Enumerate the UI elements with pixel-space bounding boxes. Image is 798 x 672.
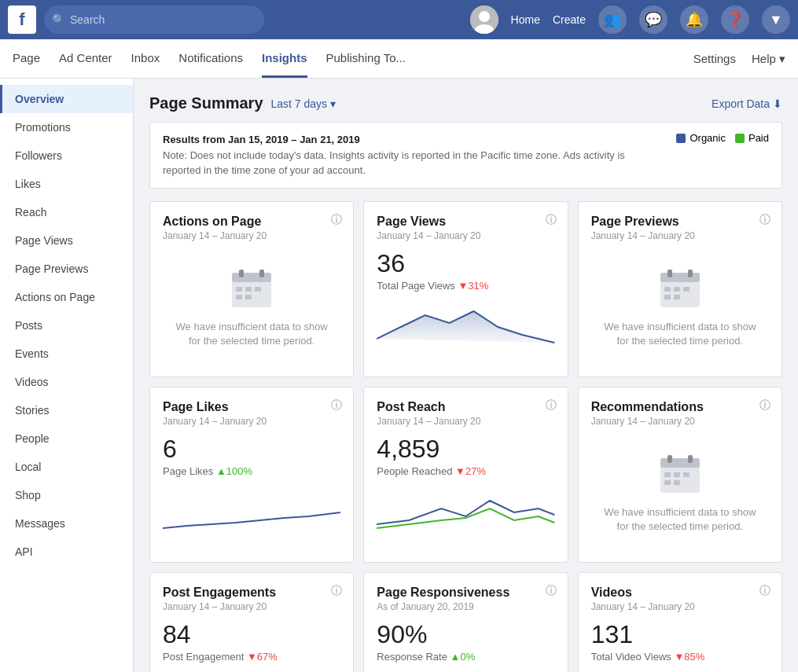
top-nav-right: Home Create 👥 💬 🔔 ❓ ▼ [470,6,790,34]
insufficient-text: We have insufficient data to show for th… [599,320,761,348]
info-bar: Results from Jan 15, 2019 – Jan 21, 2019… [149,122,782,189]
info-icon[interactable]: ⓘ [759,584,770,598]
subnav-page[interactable]: Page [13,40,40,78]
facebook-logo: f [8,6,36,34]
card-date: January 14 – January 20 [163,601,340,612]
card-date: January 14 – January 20 [163,416,340,427]
page-views-chart [377,299,554,347]
chart-svg [377,299,554,347]
subnav-ad-center[interactable]: Ad Center [59,40,112,78]
calendar-icon [656,450,704,498]
info-icon[interactable]: ⓘ [546,398,557,413]
home-link[interactable]: Home [511,13,540,26]
main-layout: Overview Promotions Followers Likes Reac… [0,79,798,672]
card-page-responsiveness: Page Responsiveness As of January 20, 20… [363,572,568,672]
organic-label: Organic [690,132,726,144]
card-title: Post Reach [377,400,554,414]
card-value: 4,859 [377,435,554,464]
info-icon[interactable]: ⓘ [331,213,342,227]
insufficient-data: We have insufficient data to show for th… [163,249,340,364]
svg-rect-18 [683,287,690,292]
card-title: Page Likes [163,400,340,414]
summary-title-area: Page Summary Last 7 days ▾ [149,94,336,112]
svg-rect-17 [674,287,680,292]
info-icon[interactable]: ⓘ [759,213,770,227]
card-recommendations: Recommendations January 14 – January 20 … [578,387,782,563]
date-filter[interactable]: Last 7 days ▾ [271,97,336,110]
help-icon[interactable]: ❓ [721,6,749,34]
sidebar-item-messages[interactable]: Messages [0,509,133,538]
friends-icon[interactable]: 👥 [598,6,627,34]
subnav-inbox[interactable]: Inbox [131,40,160,78]
avatar[interactable] [470,6,498,34]
sidebar-item-followers[interactable]: Followers [0,141,133,170]
page-likes-chart [163,485,340,532]
card-post-reach: Post Reach January 14 – January 20 ⓘ 4,8… [363,387,568,563]
svg-rect-25 [664,472,671,477]
sidebar-item-overview[interactable]: Overview [0,85,133,113]
svg-rect-13 [660,273,700,282]
svg-rect-15 [688,270,693,277]
sidebar-item-actions-on-page[interactable]: Actions on Page [0,283,133,311]
card-label: Total Video Views ▼85% [591,651,769,663]
svg-rect-29 [674,480,680,485]
sidebar-item-videos[interactable]: Videos [0,368,133,396]
trend-down: ▼31% [458,280,488,292]
sidebar-item-page-previews[interactable]: Page Previews [0,255,133,283]
subnav-notifications[interactable]: Notifications [178,40,243,78]
legend: Organic Paid [676,132,769,144]
date-filter-label: Last 7 days [271,97,328,110]
sub-navigation: Page Ad Center Inbox Notifications Insig… [0,39,798,79]
sidebar-item-events[interactable]: Events [0,340,133,368]
card-title: Post Engagements [163,586,340,600]
sidebar-item-likes[interactable]: Likes [0,170,133,198]
date-range-text: Results from Jan 15, 2019 – Jan 21, 2019 [163,134,360,145]
subnav-publishing[interactable]: Publishing To... [326,40,406,78]
info-icon[interactable]: ⓘ [546,213,557,227]
search-input[interactable] [70,13,256,26]
sidebar-item-shop[interactable]: Shop [0,481,133,509]
settings-link[interactable]: Settings [693,52,736,66]
card-date: As of January 20, 2019 [377,601,554,612]
trend-down: ▼27% [455,465,486,477]
more-icon[interactable]: ▼ [762,6,790,34]
svg-rect-24 [688,455,693,463]
info-icon[interactable]: ⓘ [331,398,342,413]
card-value: 131 [591,620,769,649]
sidebar-item-promotions[interactable]: Promotions [0,113,133,141]
date-filter-arrow: ▾ [330,97,336,110]
export-button[interactable]: Export Data ⬇ [712,97,782,110]
info-icon[interactable]: ⓘ [331,584,342,598]
search-bar[interactable]: 🔍 [44,6,264,34]
card-value: 84 [163,620,340,649]
card-date: January 14 – January 20 [591,416,769,427]
sidebar-item-page-views[interactable]: Page Views [0,226,133,255]
card-title: Actions on Page [163,215,340,229]
notifications-icon[interactable]: 🔔 [680,6,708,34]
sidebar-item-reach[interactable]: Reach [0,198,133,226]
search-icon: 🔍 [52,13,65,26]
info-icon[interactable]: ⓘ [759,398,770,413]
trend-up: ▲0% [450,651,476,663]
card-value: 36 [377,249,554,278]
card-label: Response Rate ▲0% [377,651,554,663]
sidebar-item-posts[interactable]: Posts [0,311,133,340]
help-link[interactable]: Help ▾ [752,52,785,66]
sidebar-item-people[interactable]: People [0,424,133,453]
card-actions-on-page: Actions on Page January 14 – January 20 … [149,201,354,377]
paid-dot [735,134,745,143]
sidebar-item-stories[interactable]: Stories [0,396,133,424]
trend-down: ▼67% [247,651,278,663]
page-summary-title: Page Summary [149,94,263,112]
chart-svg [377,485,554,532]
calendar-icon [228,265,275,312]
sidebar-item-local[interactable]: Local [0,453,133,481]
card-value: 90% [377,620,554,649]
messenger-icon[interactable]: 💬 [639,6,667,34]
post-reach-chart [377,485,554,532]
subnav-insights[interactable]: Insights [262,40,307,78]
info-icon[interactable]: ⓘ [546,584,557,598]
sidebar-item-api[interactable]: API [0,538,133,566]
card-date: January 14 – January 20 [377,416,554,427]
create-link[interactable]: Create [553,13,586,26]
